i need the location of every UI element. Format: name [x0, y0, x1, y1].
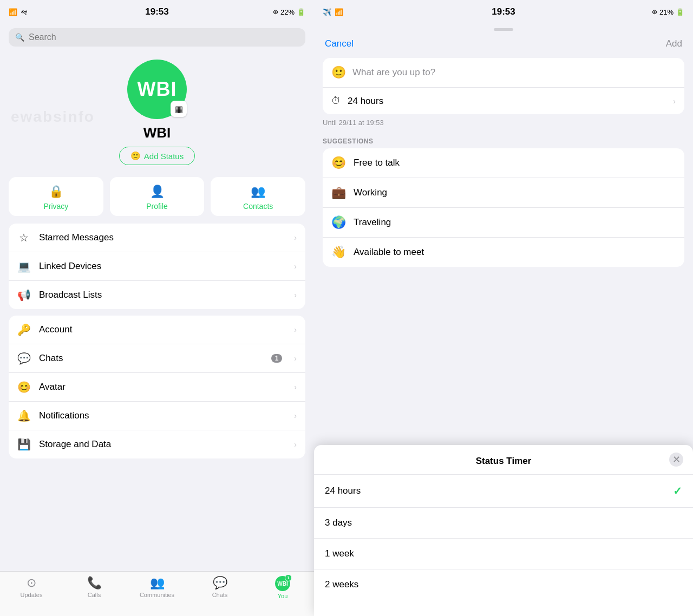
storage-item[interactable]: 💾 Storage and Data ›	[9, 430, 305, 458]
privacy-icon: 🔒	[49, 185, 63, 199]
profile-label: Profile	[146, 202, 168, 211]
nav-avatar-badge: 1	[285, 574, 292, 581]
contacts-icon: 👥	[251, 185, 265, 199]
left-time: 19:53	[145, 6, 168, 17]
timer-option-label-2: 1 week	[325, 548, 682, 559]
battery-right: 21%	[659, 8, 674, 16]
timer-modal-header: Status Timer ✕	[314, 445, 693, 475]
star-icon: ☆	[17, 231, 30, 244]
right-panel: ✈️ 📶 19:53 ⊕ 21% 🔋 Cancel Add 🙂 What are…	[314, 0, 693, 616]
account-item[interactable]: 🔑 Account ›	[9, 316, 305, 344]
chats-nav-icon: 💬	[213, 576, 227, 590]
updates-icon: ⊙	[27, 576, 36, 590]
status-timer-modal: Status Timer ✕ 24 hours ✓ 3 days 1 week …	[314, 445, 693, 616]
battery-icon-right: 🔋	[676, 8, 684, 16]
status-placeholder: What are you up to?	[352, 67, 435, 78]
nav-communities[interactable]: 👥 Communities	[126, 576, 188, 598]
timer-option-label-3: 2 weeks	[325, 579, 682, 590]
nav-chats[interactable]: 💬 Chats	[188, 576, 251, 598]
timer-option-3d[interactable]: 3 days	[314, 507, 693, 538]
chevron-icon-6: ›	[294, 383, 297, 391]
search-bar[interactable]: 🔍	[9, 28, 305, 47]
timer-option-24h[interactable]: 24 hours ✓	[314, 475, 693, 507]
suggestion-text-0: Free to talk	[354, 158, 400, 168]
account-label: Account	[39, 324, 285, 335]
nav-you[interactable]: WBI 1 You	[251, 576, 314, 599]
linked-devices-label: Linked Devices	[39, 261, 285, 272]
add-status-button[interactable]: 🙂 Add Status	[119, 147, 195, 165]
broadcast-icon: 📢	[17, 289, 30, 302]
left-panel: 📶 🛩 19:53 ⊕ 22% 🔋 🔍 WBI ▦ WBI 🙂 Add Stat…	[0, 0, 314, 616]
timer-option-1w[interactable]: 1 week	[314, 538, 693, 569]
status-input-row[interactable]: 🙂 What are you up to?	[323, 58, 684, 88]
suggestion-working[interactable]: 💼 Working	[323, 178, 684, 207]
wifi-icon: 📶	[9, 8, 17, 16]
profile-card[interactable]: 👤 Profile	[110, 177, 205, 216]
suggestions-heading: SUGGESTIONS	[314, 132, 693, 148]
timer-chevron-icon: ›	[673, 97, 676, 106]
chat-icon: 💬	[17, 352, 30, 365]
nav-calls[interactable]: 📞 Calls	[63, 576, 126, 598]
nav-communities-label: Communities	[140, 592, 174, 598]
broadcast-lists-item[interactable]: 📢 Broadcast Lists ›	[9, 280, 305, 309]
battery-area-right: ⊕ 21% 🔋	[652, 8, 684, 16]
suggestion-traveling[interactable]: 🌍 Traveling	[323, 207, 684, 237]
profile-section: WBI ▦ WBI 🙂 Add Status	[0, 51, 314, 169]
profile-name: WBI	[143, 124, 171, 141]
suggestion-available[interactable]: 👋 Available to meet	[323, 237, 684, 267]
status-input-card: 🙂 What are you up to? ⏱ 24 hours ›	[323, 58, 684, 114]
chevron-icon-3: ›	[294, 291, 297, 299]
avatar-wrapper[interactable]: WBI ▦	[127, 60, 187, 119]
search-icon: 🔍	[15, 33, 24, 42]
chats-item[interactable]: 💬 Chats 1 ›	[9, 344, 305, 372]
timer-until: Until 29/11 at 19:53	[323, 119, 684, 127]
notifications-item[interactable]: 🔔 Notifications ›	[9, 401, 305, 430]
suggestion-text-2: Traveling	[354, 217, 391, 228]
privacy-card[interactable]: 🔒 Privacy	[9, 177, 103, 216]
timer-option-label-1: 3 days	[325, 517, 682, 528]
broadcast-label: Broadcast Lists	[39, 290, 285, 300]
chats-label: Chats	[39, 353, 263, 364]
battery-area-left: ⊕ 22% 🔋	[273, 8, 305, 16]
contacts-card[interactable]: 👥 Contacts	[211, 177, 305, 216]
starred-messages-item[interactable]: ☆ Starred Messages ›	[9, 224, 305, 252]
bottom-nav: ⊙ Updates 📞 Calls 👥 Communities 💬 Chats …	[0, 571, 314, 616]
profile-icon: 👤	[150, 185, 165, 199]
qr-badge[interactable]: ▦	[171, 101, 187, 117]
status-bar-right: ✈️ 📶 19:53 ⊕ 21% 🔋	[314, 0, 693, 24]
sheet-header: Cancel Add	[314, 31, 693, 55]
search-input[interactable]	[29, 32, 299, 42]
chevron-icon: ›	[294, 233, 297, 242]
timer-label: 24 hours	[348, 96, 666, 107]
timer-modal-close-button[interactable]: ✕	[669, 453, 683, 467]
privacy-label: Privacy	[43, 202, 68, 211]
smiley-icon: 🙂	[130, 151, 141, 161]
avatar-item[interactable]: 😊 Avatar ›	[9, 372, 305, 401]
cancel-button[interactable]: Cancel	[325, 38, 354, 49]
menu-section-1: ☆ Starred Messages › 💻 Linked Devices › …	[9, 224, 305, 309]
add-status-label: Add Status	[144, 152, 184, 161]
airplane-icon: ✈️	[323, 8, 331, 16]
nav-updates[interactable]: ⊙ Updates	[0, 576, 63, 598]
timer-icon: ⏱	[331, 95, 341, 107]
status-icons-left: 📶 🛩	[9, 8, 28, 16]
suggestion-free-to-talk[interactable]: 😊 Free to talk	[323, 148, 684, 178]
status-left-icons: ✈️ 📶	[323, 8, 343, 16]
timer-option-2w[interactable]: 2 weeks	[314, 569, 693, 600]
quick-actions: 🔒 Privacy 👤 Profile 👥 Contacts	[9, 177, 305, 216]
notifications-label: Notifications	[39, 410, 285, 421]
avatar-initials: WBI	[138, 78, 177, 101]
chats-badge: 1	[271, 354, 283, 363]
suggestion-emoji-0: 😊	[331, 156, 346, 170]
timer-row[interactable]: ⏱ 24 hours ›	[323, 88, 684, 114]
linked-devices-item[interactable]: 💻 Linked Devices ›	[9, 252, 305, 280]
suggestion-text-1: Working	[354, 187, 387, 198]
add-button: Add	[666, 38, 682, 49]
suggestion-text-3: Available to meet	[354, 247, 424, 258]
calls-icon: 📞	[87, 576, 102, 590]
laptop-icon: 💻	[17, 260, 30, 273]
avatar-label: Avatar	[39, 382, 285, 392]
nav-avatar-initials: WBI	[277, 581, 287, 587]
status-smiley-icon: 🙂	[331, 65, 346, 80]
wifi-icon-right: 📶	[335, 8, 343, 16]
